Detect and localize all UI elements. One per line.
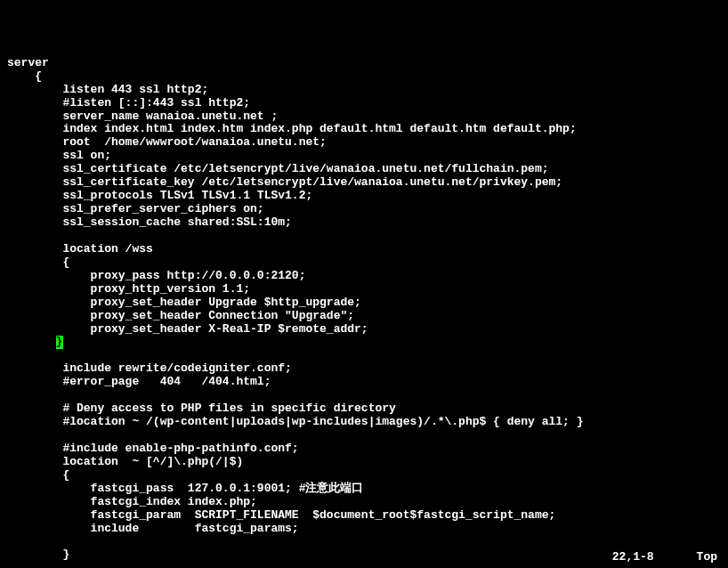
- vim-status-line: 22,1-8 Top: [612, 551, 717, 564]
- terminal-output[interactable]: server { listen 443 ssl http2; #listen […: [7, 57, 721, 568]
- cursor-position: 22,1-8: [612, 551, 654, 564]
- scroll-position: Top: [697, 551, 717, 564]
- terminal-cursor: }: [56, 336, 63, 349]
